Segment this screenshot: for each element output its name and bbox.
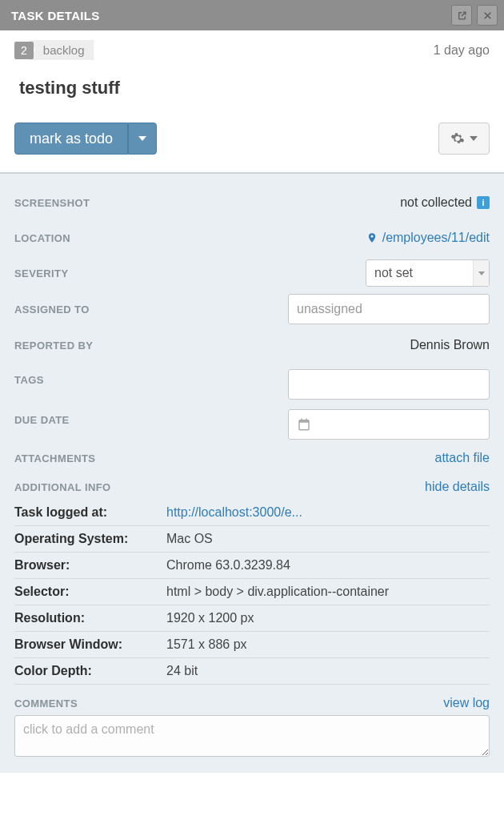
titlebar-actions [451, 5, 498, 26]
external-link-icon [457, 10, 467, 21]
info-label: Browser: [14, 553, 166, 579]
pin-icon [366, 232, 378, 243]
info-value: 1571 x 886 px [166, 632, 490, 658]
titlebar: TASK DETAILS [0, 0, 504, 30]
row-duedate: DUE DATE [14, 403, 490, 443]
close-icon [482, 10, 493, 21]
tags-input[interactable] [288, 369, 490, 400]
header-top-row: 2 backlog 1 day ago [14, 40, 490, 60]
row-assigned: ASSIGNED TO [14, 291, 490, 328]
task-title: testing stuff [14, 78, 490, 98]
severity-value: not set [374, 266, 413, 280]
info-label: Selector: [14, 579, 166, 605]
value-screenshot: not collected i [400, 195, 490, 210]
label-severity: SEVERITY [14, 267, 69, 279]
row-attachments: ATTACHMENTS attach file [14, 451, 490, 465]
task-id-badge[interactable]: 2 [14, 42, 34, 59]
info-row-os: Operating System: Mac OS [14, 526, 490, 553]
info-label: Resolution: [14, 605, 166, 632]
calendar-icon [297, 417, 311, 432]
value-location[interactable]: /employees/11/edit [366, 231, 490, 245]
additional-info-table: Task logged at: http://localhost:3000/e.… [14, 499, 490, 685]
info-row-resolution: Resolution: 1920 x 1200 px [14, 605, 490, 632]
titlebar-title: TASK DETAILS [11, 9, 100, 22]
info-value: Mac OS [166, 526, 490, 553]
severity-select[interactable]: not set [366, 259, 490, 287]
assigned-to-input[interactable] [288, 294, 490, 324]
popout-button[interactable] [451, 5, 472, 26]
label-assigned: ASSIGNED TO [14, 303, 90, 316]
mark-as-todo-button[interactable]: mark as todo [14, 123, 128, 155]
info-row-browser: Browser: Chrome 63.0.3239.84 [14, 553, 490, 579]
info-row-depth: Color Depth: 24 bit [14, 658, 490, 685]
task-stage-badge[interactable]: backlog [29, 40, 94, 60]
hide-details-link[interactable]: hide details [425, 480, 490, 494]
header-actions: mark as todo [14, 123, 490, 155]
info-icon[interactable]: i [477, 196, 490, 209]
row-additional-info: ADDITIONAL INFO hide details [14, 480, 490, 494]
label-location: LOCATION [14, 232, 70, 244]
label-attachments: ATTACHMENTS [14, 452, 95, 464]
chevron-down-icon [138, 136, 146, 141]
label-comments: COMMENTS [14, 697, 78, 709]
gear-icon [450, 131, 465, 146]
info-row-window: Browser Window: 1571 x 886 px [14, 632, 490, 658]
chevron-down-icon [470, 136, 478, 141]
close-button[interactable] [477, 5, 498, 26]
label-additional-info: ADDITIONAL INFO [14, 481, 111, 493]
label-tags: TAGS [14, 374, 44, 386]
label-reported: REPORTED BY [14, 340, 93, 352]
label-duedate: DUE DATE [14, 414, 70, 426]
screenshot-status-text: not collected [400, 195, 472, 210]
task-details-panel: SCREENSHOT not collected i LOCATION /emp… [0, 172, 504, 773]
comment-input[interactable] [14, 715, 490, 757]
info-label: Operating System: [14, 526, 166, 553]
reported-by-value: Dennis Brown [410, 338, 490, 352]
location-path: /employees/11/edit [382, 231, 490, 245]
row-comments: COMMENTS view log [14, 696, 490, 710]
info-value: Chrome 63.0.3239.84 [166, 553, 490, 579]
info-value: 1920 x 1200 px [166, 605, 490, 632]
view-log-link[interactable]: view log [443, 696, 490, 710]
label-screenshot: SCREENSHOT [14, 197, 90, 209]
mark-as-todo-group: mark as todo [14, 123, 157, 155]
info-value: html > body > div.application--container [166, 579, 490, 605]
info-label: Browser Window: [14, 632, 166, 658]
attach-file-link[interactable]: attach file [435, 451, 490, 465]
settings-button[interactable] [438, 123, 490, 155]
info-value: 24 bit [166, 658, 490, 685]
row-severity: SEVERITY not set [14, 255, 490, 291]
task-header: 2 backlog 1 day ago testing stuff mark a… [0, 30, 504, 172]
row-location: LOCATION /employees/11/edit [14, 220, 490, 255]
mark-as-todo-dropdown[interactable] [128, 123, 157, 155]
info-label: Task logged at: [14, 499, 166, 526]
row-reported: REPORTED BY Dennis Brown [14, 328, 490, 363]
info-row-selector: Selector: html > body > div.application-… [14, 579, 490, 605]
row-screenshot: SCREENSHOT not collected i [14, 185, 490, 220]
task-age: 1 day ago [434, 43, 490, 58]
breadcrumb: 2 backlog [14, 40, 94, 60]
logged-at-link[interactable]: http://localhost:3000/e... [166, 505, 302, 519]
duedate-input[interactable] [288, 409, 490, 440]
chevron-down-icon [473, 260, 489, 286]
info-label: Color Depth: [14, 658, 166, 685]
info-row-logged-at: Task logged at: http://localhost:3000/e.… [14, 499, 490, 526]
row-tags: TAGS [14, 363, 490, 403]
